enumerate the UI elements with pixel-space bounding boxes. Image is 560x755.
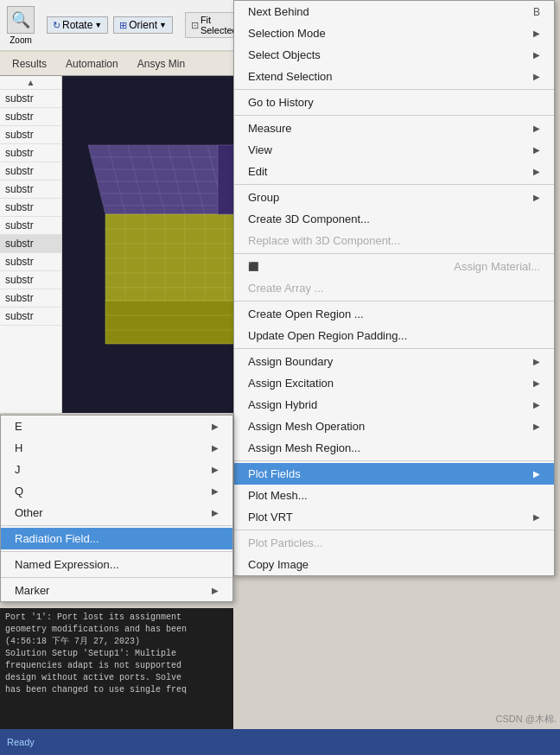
list-item[interactable]: substr (0, 108, 61, 126)
log-line-5: frequencies adapt is not supported (5, 660, 228, 672)
arrow-icon: ▶ (533, 167, 540, 176)
scroll-up-indicator: ▲ (0, 76, 61, 90)
ctx-separator (1, 551, 232, 552)
rctx-assign-mesh-region[interactable]: Assign Mesh Region... (234, 437, 554, 459)
rctx-copy-image[interactable]: Copy Image (234, 554, 554, 575)
log-area: Port '1': Port lost its assignment geome… (0, 608, 233, 729)
arrow-icon: ▶ (212, 586, 219, 595)
log-line-2: geometry modifications and has been (5, 624, 228, 636)
log-line-3: (4:56:18 下午 7月 27, 2023) (5, 636, 228, 648)
rctx-go-to-history[interactable]: Go to History (234, 92, 554, 113)
list-item[interactable]: substr (0, 308, 61, 326)
tab-bar: Results Automation Ansys Min (0, 52, 233, 76)
ctx-item-j[interactable]: J ▶ (1, 459, 232, 480)
arrow-icon: ▶ (212, 486, 219, 496)
rctx-extend-selection[interactable]: Extend Selection ▶ (234, 66, 554, 87)
rctx-separator (234, 115, 554, 116)
ctx-item-h[interactable]: H ▶ (1, 437, 232, 459)
rctx-plot-particles[interactable]: Plot Particles... (234, 532, 554, 554)
arrow-icon: ▶ (533, 124, 540, 133)
rctx-replace-3d[interactable]: Replace with 3D Component... (234, 230, 554, 251)
list-item-selected[interactable]: substr (0, 235, 61, 253)
left-context-menu: E ▶ H ▶ J ▶ Q ▶ Other ▶ Radiation Field.… (0, 415, 233, 602)
fit-selected-label: Fit Selected (200, 15, 238, 35)
shortcut-b: B (533, 6, 540, 18)
arrow-icon: ▶ (212, 422, 219, 431)
ctx-item-marker[interactable]: Marker ▶ (1, 580, 232, 601)
svg-marker-28 (218, 145, 233, 214)
log-line-4: Solution Setup 'Setup1': Multiple (5, 648, 228, 660)
rctx-group[interactable]: Group ▶ (234, 187, 554, 208)
rctx-create-open-region[interactable]: Create Open Region ... (234, 303, 554, 325)
rctx-select-objects[interactable]: Select Objects ▶ (234, 44, 554, 66)
rctx-separator (234, 348, 554, 349)
3d-viewport[interactable] (62, 76, 233, 413)
orient-label: Orient (129, 19, 157, 31)
arrow-icon: ▶ (533, 193, 540, 202)
ctx-item-other[interactable]: Other ▶ (1, 502, 232, 523)
zoom-icon[interactable]: 🔍 (7, 6, 35, 34)
arrow-icon: ▶ (533, 50, 540, 60)
list-item[interactable]: substr (0, 144, 61, 162)
tab-results[interactable]: Results (3, 54, 55, 73)
rctx-selection-mode[interactable]: Selection Mode ▶ (234, 22, 554, 44)
log-line-7: has been changed to use single freq (5, 684, 228, 696)
list-item[interactable]: substr (0, 271, 61, 289)
ctx-separator (1, 577, 232, 578)
rotate-label: Rotate (62, 19, 92, 31)
status-text: Ready (7, 737, 35, 747)
right-context-menu: Next Behind B Selection Mode ▶ Select Ob… (233, 0, 555, 576)
watermark: CSDN @木棉. (496, 713, 557, 726)
arrow-icon: ▶ (533, 400, 540, 409)
rctx-update-open-region[interactable]: Update Open Region Padding... (234, 325, 554, 346)
rctx-plot-vrt[interactable]: Plot VRT ▶ (234, 506, 554, 528)
list-item[interactable]: substr (0, 217, 61, 235)
zoom-label: Zoom (10, 35, 32, 45)
arrow-icon: ▶ (533, 29, 540, 38)
rctx-assign-material[interactable]: ⬛ Assign Material... (234, 256, 554, 277)
rctx-assign-excitation[interactable]: Assign Excitation ▶ (234, 372, 554, 394)
rctx-view[interactable]: View ▶ (234, 139, 554, 161)
rctx-assign-mesh-operation[interactable]: Assign Mesh Operation ▶ (234, 416, 554, 437)
rotate-button[interactable]: ↻ Rotate ▼ (47, 16, 108, 34)
rctx-separator (234, 460, 554, 461)
list-item[interactable]: substr (0, 289, 61, 308)
ctx-separator (1, 525, 232, 526)
svg-marker-1 (88, 145, 233, 214)
rctx-separator (234, 301, 554, 301)
arrow-icon: ▶ (533, 469, 540, 479)
orient-dropdown-arrow: ▼ (159, 21, 167, 29)
orient-button[interactable]: ⊞ Orient ▼ (113, 16, 173, 34)
arrow-icon: ▶ (212, 508, 219, 517)
tab-automation[interactable]: Automation (57, 54, 127, 73)
arrow-icon: ▶ (212, 443, 219, 453)
rctx-create-3d[interactable]: Create 3D Component... (234, 208, 554, 230)
arrow-icon: ▶ (533, 357, 540, 366)
rotate-dropdown-arrow: ▼ (94, 21, 102, 29)
ctx-item-e[interactable]: E ▶ (1, 416, 232, 437)
rctx-measure[interactable]: Measure ▶ (234, 117, 554, 139)
rctx-edit[interactable]: Edit ▶ (234, 161, 554, 182)
rctx-next-behind[interactable]: Next Behind B (234, 1, 554, 22)
ctx-item-named-expression[interactable]: Named Expression... (1, 554, 232, 575)
list-item[interactable]: substr (0, 253, 61, 271)
arrow-icon: ▶ (533, 72, 540, 81)
rctx-plot-fields[interactable]: Plot Fields ▶ (234, 463, 554, 485)
tab-ansys[interactable]: Ansys Min (129, 54, 194, 73)
arrow-icon: ▶ (533, 378, 540, 388)
log-line-1: Port '1': Port lost its assignment (5, 612, 228, 624)
list-item[interactable]: substr (0, 199, 61, 217)
rctx-assign-boundary[interactable]: Assign Boundary ▶ (234, 351, 554, 372)
rctx-assign-hybrid[interactable]: Assign Hybrid ▶ (234, 394, 554, 416)
list-item[interactable]: substr (0, 126, 61, 144)
list-item[interactable]: substr (0, 181, 61, 199)
list-item[interactable]: substr (0, 90, 61, 108)
rctx-create-array[interactable]: Create Array ... (234, 277, 554, 299)
list-item[interactable]: substr (0, 162, 61, 181)
arrow-icon: ▶ (533, 512, 540, 522)
ctx-item-radiation-field[interactable]: Radiation Field... (1, 528, 232, 549)
rctx-plot-mesh[interactable]: Plot Mesh... (234, 485, 554, 506)
left-panel: ▲ substr substr substr substr substr sub… (0, 76, 62, 413)
svg-marker-25 (105, 301, 233, 344)
ctx-item-q[interactable]: Q ▶ (1, 480, 232, 502)
